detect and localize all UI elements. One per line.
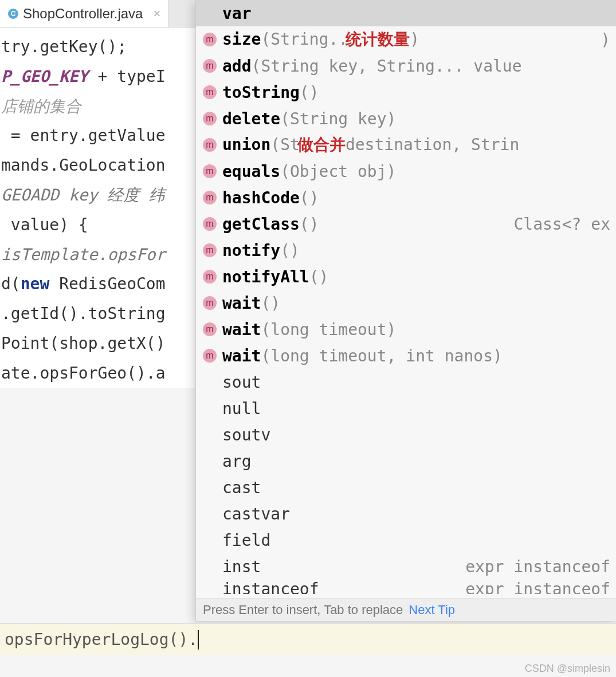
suggestion-signature: var — [222, 4, 252, 23]
template-icon — [203, 6, 217, 20]
autocomplete-item[interactable]: instanceofexpr instanceof — [196, 580, 616, 594]
tab-title: ShopController.java — [23, 6, 143, 22]
status-expression: opsForHyperLogLog(). — [5, 630, 198, 649]
autocomplete-item[interactable]: instexpr instanceof — [196, 553, 616, 580]
method-icon: m — [203, 322, 217, 336]
method-icon: m — [203, 112, 217, 125]
autocomplete-item[interactable]: cast — [196, 474, 616, 501]
autocomplete-item[interactable]: mwait(long timeout, int nanos) — [196, 343, 616, 369]
template-icon — [203, 375, 217, 389]
suggestion-signature: union(St做合并destination, Strin — [222, 134, 519, 156]
suggestion-signature: wait() — [222, 294, 280, 313]
suggestion-return-type: Class<? ex — [502, 215, 610, 234]
autocomplete-item[interactable]: sout — [196, 369, 616, 395]
suggestion-signature: instanceof — [222, 580, 319, 594]
autocomplete-popup: varmsize(String..统计数量))madd(String key, … — [195, 0, 616, 621]
template-icon — [203, 454, 217, 468]
suggestion-signature: null — [222, 399, 261, 418]
suggestion-signature: hashCode() — [222, 188, 319, 207]
next-tip-link[interactable]: Next Tip — [409, 603, 455, 617]
template-icon — [203, 560, 217, 573]
suggestion-signature: equals(Object obj) — [222, 162, 396, 181]
autocomplete-item[interactable]: mnotifyAll() — [196, 263, 616, 290]
suggestion-signature: soutv — [222, 426, 270, 444]
suggestion-signature: cast — [222, 478, 261, 497]
method-icon: m — [203, 243, 217, 257]
autocomplete-item[interactable]: mwait(long timeout) — [196, 316, 616, 343]
autocomplete-item[interactable]: arg — [196, 448, 616, 474]
method-icon: m — [203, 296, 217, 310]
method-icon: m — [203, 138, 217, 152]
suggestion-signature: delete(String key) — [222, 109, 396, 128]
method-icon: m — [203, 59, 217, 73]
class-file-icon: C — [8, 9, 18, 19]
suggestion-signature: add(String key, String... value — [222, 57, 522, 76]
template-icon — [203, 507, 217, 521]
suggestion-signature: toString() — [222, 83, 319, 102]
autocomplete-item[interactable]: msize(String..统计数量)) — [196, 26, 616, 53]
autocomplete-list[interactable]: varmsize(String..统计数量))madd(String key, … — [196, 0, 616, 598]
autocomplete-item[interactable]: mnotify() — [196, 237, 616, 263]
status-bar: opsForHyperLogLog(). — [0, 623, 616, 655]
suggestion-signature: wait(long timeout, int nanos) — [222, 347, 503, 365]
template-icon — [203, 481, 217, 494]
suggestion-signature: wait(long timeout) — [222, 320, 396, 339]
text-caret — [198, 630, 199, 650]
method-icon: m — [203, 217, 217, 231]
suggestion-signature: notify() — [222, 241, 300, 260]
suggestion-signature: getClass() — [222, 215, 319, 234]
autocomplete-item[interactable]: soutv — [196, 422, 616, 448]
autocomplete-item[interactable]: mtoString() — [196, 79, 616, 105]
suggestion-signature: notifyAll() — [222, 267, 328, 286]
editor-tab[interactable]: C ShopController.java × — [0, 0, 169, 27]
method-icon: m — [203, 191, 217, 204]
method-icon: m — [203, 164, 217, 178]
autocomplete-item[interactable]: castvar — [196, 501, 616, 527]
suggestion-signature: arg — [222, 452, 252, 471]
template-icon — [203, 428, 217, 442]
method-icon: m — [203, 270, 217, 284]
template-icon — [203, 402, 217, 415]
autocomplete-item[interactable]: field — [196, 527, 616, 553]
autocomplete-item[interactable]: munion(St做合并destination, Strin — [196, 132, 616, 158]
method-icon: m — [203, 85, 217, 99]
suggestion-signature: size(String..统计数量) — [222, 29, 419, 50]
suggestion-signature: inst — [222, 557, 261, 576]
autocomplete-item[interactable]: mgetClass()Class<? ex — [196, 211, 616, 237]
template-icon — [203, 533, 217, 547]
template-icon — [203, 580, 217, 593]
autocomplete-item[interactable]: mequals(Object obj) — [196, 158, 616, 184]
suggestion-signature: castvar — [222, 505, 290, 524]
watermark: CSDN @simplesin — [525, 663, 610, 675]
autocomplete-item[interactable]: mwait() — [196, 290, 616, 316]
autocomplete-item[interactable]: madd(String key, String... value — [196, 53, 616, 79]
suggestion-signature: field — [222, 531, 270, 550]
suggestion-return-type: ) — [589, 30, 610, 49]
autocomplete-item[interactable]: mhashCode() — [196, 184, 616, 211]
autocomplete-item[interactable]: var — [196, 0, 616, 26]
suggestion-signature: sout — [222, 373, 261, 392]
method-icon: m — [203, 33, 217, 46]
footer-hint-text: Press Enter to insert, Tab to replace — [203, 603, 403, 617]
suggestion-return-type: expr instanceof — [454, 557, 610, 576]
suggestion-return-type: expr instanceof — [454, 580, 610, 594]
autocomplete-footer: Press Enter to insert, Tab to replace Ne… — [196, 598, 616, 621]
autocomplete-item[interactable]: mdelete(String key) — [196, 105, 616, 132]
close-icon[interactable]: × — [153, 6, 160, 21]
method-icon: m — [203, 349, 217, 363]
autocomplete-item[interactable]: null — [196, 395, 616, 422]
